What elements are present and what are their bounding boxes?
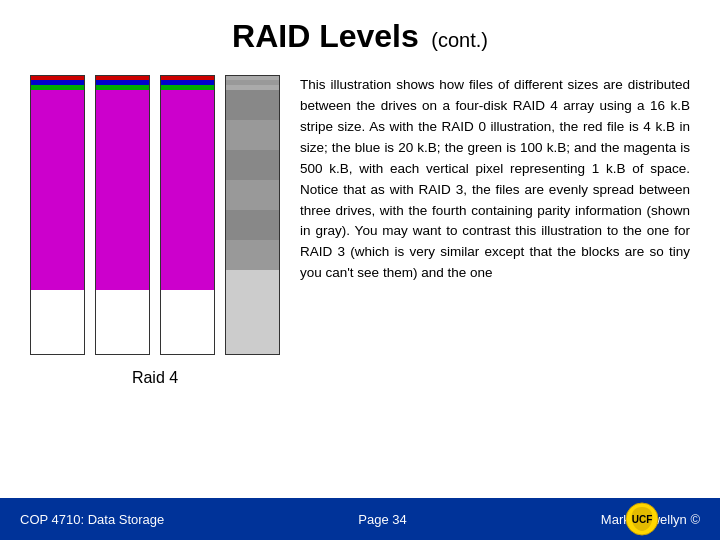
footer: COP 4710: Data Storage Page 34 Mark Llew… [0, 498, 720, 540]
svg-text:UCF: UCF [632, 514, 653, 525]
left-panel: Raid 4 [30, 75, 280, 387]
title-main: RAID Levels [232, 18, 419, 54]
drive-1 [30, 75, 85, 355]
drives-row [30, 75, 280, 355]
drive-4-parity [225, 75, 280, 355]
drive-3 [160, 75, 215, 355]
drive-caption: Raid 4 [132, 369, 178, 387]
ucf-logo: UCF [624, 501, 660, 537]
drive-2 [95, 75, 150, 355]
footer-left: COP 4710: Data Storage [20, 512, 164, 527]
description-text: This illustration shows how files of dif… [300, 75, 690, 284]
right-panel: This illustration shows how files of dif… [300, 75, 690, 284]
title-sub: (cont.) [431, 29, 488, 51]
content-area: Raid 4 This illustration shows how files… [0, 65, 720, 387]
footer-center: Page 34 [358, 512, 406, 527]
title-area: RAID Levels (cont.) [0, 0, 720, 65]
slide-container: RAID Levels (cont.) [0, 0, 720, 540]
